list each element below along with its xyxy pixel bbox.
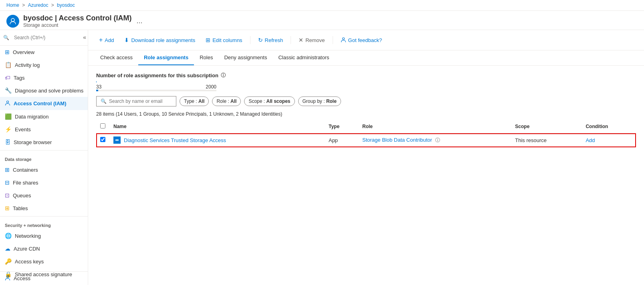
row-checkbox[interactable] (100, 137, 105, 142)
table-body: Diagnostic Services Trusted Storage Acce… (96, 133, 636, 147)
progress-marker (96, 81, 97, 82)
breadcrumb-azuredoc[interactable]: Azuredoc (28, 2, 48, 8)
sidebar-item-label: Events (15, 126, 31, 132)
sidebar-item-tables[interactable]: ⊞ Tables (0, 202, 88, 215)
svg-point-1 (7, 101, 9, 103)
containers-icon: ⊞ (5, 167, 10, 173)
subscription-title: Number of role assignments for this subs… (96, 72, 636, 79)
app-icon (113, 136, 121, 144)
activity-log-icon: 📋 (5, 62, 12, 68)
add-button[interactable]: + Add (95, 34, 118, 46)
sidebar-item-label: File shares (13, 180, 38, 186)
row-role-link[interactable]: Storage Blob Data Contributor (362, 137, 432, 143)
name-search-input[interactable] (109, 98, 165, 104)
search-input[interactable] (11, 33, 67, 42)
download-button[interactable]: ⬇ Download role assignments (120, 34, 200, 46)
row-role-cell: Storage Blob Data Contributor ⓘ (358, 133, 511, 147)
subscription-max: 2000 (206, 84, 216, 90)
data-migration-icon: 🟩 (5, 113, 12, 120)
sidebar-item-access-keys[interactable]: 🔑 Access keys (0, 255, 88, 268)
sidebar-item-azure-cdn[interactable]: ☁ Azure CDN (0, 242, 88, 255)
main-layout: 🔍 « ⊞ Overview 📋 Activity log 🏷 Tags 🔧 D… (0, 30, 644, 285)
sidebar-item-label: Queues (13, 193, 31, 199)
groupby-filter[interactable]: Group by : Role (298, 96, 341, 106)
subscription-progress-track (96, 90, 216, 91)
role-filter[interactable]: Role : All (212, 96, 241, 106)
remove-button[interactable]: ✕ Remove (294, 34, 329, 46)
toolbar-divider-1 (250, 36, 250, 44)
download-icon: ⬇ (124, 37, 129, 43)
svg-point-3 (342, 38, 344, 40)
sidebar-item-containers[interactable]: ⊞ Containers (0, 163, 88, 176)
sidebar-item-activity-log[interactable]: 📋 Activity log (0, 58, 88, 71)
sidebar-item-events[interactable]: ⚡ Events (0, 123, 88, 136)
access-keys-icon: 🔑 (5, 258, 12, 265)
select-all-checkbox[interactable] (100, 123, 105, 128)
page-subtitle: Storage account (23, 22, 131, 28)
sidebar: 🔍 « ⊞ Overview 📋 Activity log 🏷 Tags 🔧 D… (0, 30, 88, 285)
search-filter-icon: 🔍 (101, 98, 107, 104)
sidebar-item-data-migration[interactable]: 🟩 Data migration (0, 110, 88, 123)
svg-point-0 (11, 18, 14, 22)
main-content: + Add ⬇ Download role assignments ⊞ Edit… (88, 30, 644, 285)
sidebar-collapse-button[interactable]: « (83, 34, 86, 40)
sidebar-item-overview[interactable]: ⊞ Overview (0, 46, 88, 58)
page-header: byosdoc | Access Control (IAM) Storage a… (0, 11, 644, 30)
iam-icon (5, 100, 10, 107)
row-name-cell: Diagnostic Services Trusted Storage Acce… (109, 133, 325, 147)
col-condition: Condition (581, 120, 636, 133)
sidebar-item-label: Tables (13, 205, 28, 211)
refresh-button[interactable]: ↻ Refresh (254, 34, 288, 46)
header-checkbox-col (96, 120, 109, 133)
tab-classic-admins[interactable]: Classic administrators (273, 50, 335, 65)
tab-role-assignments[interactable]: Role assignments (138, 50, 194, 65)
sidebar-item-label: Storage browser (14, 139, 52, 145)
edit-columns-icon: ⊞ (206, 37, 210, 43)
row-condition-link[interactable]: Add (585, 137, 595, 143)
tab-check-access[interactable]: Check access (95, 50, 138, 65)
subscription-bar: Number of role assignments for this subs… (96, 72, 636, 91)
scope-filter[interactable]: Scope : All scopes (244, 96, 295, 106)
row-checkbox-cell (96, 133, 109, 147)
sidebar-divider-2 (0, 216, 88, 217)
sidebar-item-label: Overview (13, 49, 34, 55)
sidebar-divider-1 (0, 150, 88, 151)
events-icon: ⚡ (5, 126, 12, 132)
type-filter[interactable]: Type : All (180, 96, 209, 106)
sidebar-item-networking[interactable]: 🌐 Networking (0, 229, 88, 242)
tab-roles[interactable]: Roles (194, 50, 218, 65)
tabs: Check access Role assignments Roles Deny… (88, 50, 644, 66)
sidebar-item-storage-browser[interactable]: 🗄 Storage browser (0, 136, 88, 149)
edit-columns-button[interactable]: ⊞ Edit columns (201, 34, 246, 46)
sidebar-item-iam[interactable]: Access Control (IAM) (0, 97, 88, 110)
content-area: Number of role assignments for this subs… (88, 66, 644, 154)
svg-rect-5 (115, 139, 119, 141)
sidebar-item-queues[interactable]: ⊡ Queues (0, 189, 88, 202)
row-name-link[interactable]: Diagnostic Services Trusted Storage Acce… (124, 137, 226, 143)
access-icon (5, 275, 10, 282)
feedback-button[interactable]: Got feedback? (336, 34, 387, 46)
sidebar-item-tags[interactable]: 🏷 Tags (0, 71, 88, 84)
page-header-text: byosdoc | Access Control (IAM) Storage a… (23, 14, 131, 28)
sidebar-item-label: Azure CDN (14, 246, 40, 252)
sidebar-item-file-shares[interactable]: ⊟ File shares (0, 176, 88, 189)
col-name: Name (109, 120, 325, 133)
sidebar-item-access[interactable]: Access (0, 272, 88, 285)
page-title: byosdoc | Access Control (IAM) (23, 14, 131, 22)
sidebar-item-label: Access keys (15, 259, 44, 265)
more-options-button[interactable]: ... (136, 17, 142, 25)
subscription-current: 33 (96, 84, 101, 90)
overview-icon: ⊞ (5, 49, 10, 55)
role-info-icon[interactable]: ⓘ (435, 137, 440, 143)
sidebar-item-diagnose[interactable]: 🔧 Diagnose and solve problems (0, 84, 88, 97)
col-scope: Scope (511, 120, 581, 133)
toolbar: + Add ⬇ Download role assignments ⊞ Edit… (88, 30, 644, 50)
breadcrumb-byosdoc[interactable]: byosdoc (57, 2, 75, 8)
tables-icon: ⊞ (5, 205, 10, 211)
info-icon[interactable]: ⓘ (221, 72, 226, 79)
col-type: Type (325, 120, 358, 133)
diagnose-icon: 🔧 (5, 87, 12, 94)
sidebar-item-label: Activity log (15, 62, 40, 68)
breadcrumb-home[interactable]: Home (6, 2, 19, 8)
tab-deny-assignments[interactable]: Deny assignments (218, 50, 273, 65)
